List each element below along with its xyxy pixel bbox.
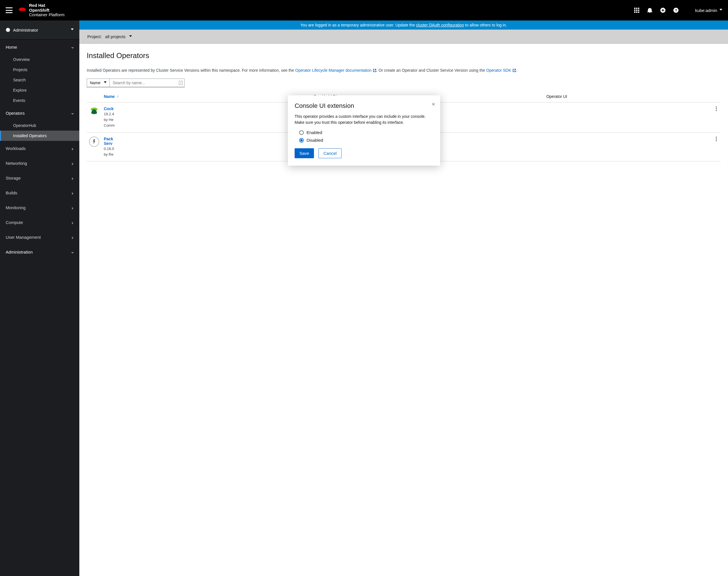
radio-label: Enabled	[307, 130, 322, 135]
console-ui-extension-modal: × Console UI extension This operator pro…	[288, 95, 440, 166]
modal-body: This operator provides a custom interfac…	[295, 114, 433, 125]
cancel-button[interactable]: Cancel	[318, 148, 341, 158]
radio-label: Disabled	[307, 138, 323, 143]
radio-enabled[interactable]: Enabled	[299, 130, 433, 135]
close-button[interactable]: ×	[432, 101, 435, 108]
modal-title: Console UI extension	[295, 102, 433, 110]
modal-backdrop: × Console UI extension This operator pro…	[0, 0, 728, 576]
radio-icon	[299, 138, 304, 143]
save-button[interactable]: Save	[295, 148, 314, 158]
radio-disabled[interactable]: Disabled	[299, 138, 433, 143]
radio-icon	[299, 130, 304, 135]
